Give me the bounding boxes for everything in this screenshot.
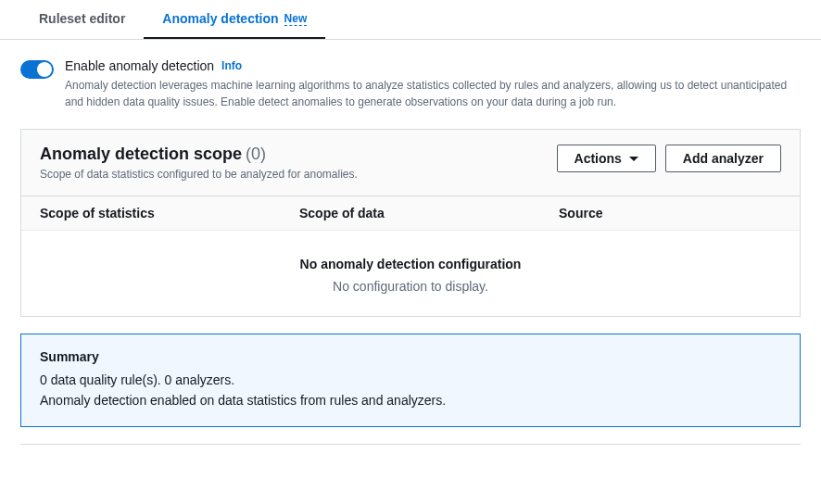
tab-ruleset-editor[interactable]: Ruleset editor	[20, 0, 144, 39]
actions-button[interactable]: Actions	[557, 145, 656, 172]
content-area: Enable anomaly detection Info Anomaly de…	[0, 40, 821, 463]
toggle-description: Anomaly detection leverages machine lear…	[65, 77, 801, 110]
panel-title: Anomaly detection scope	[40, 145, 242, 163]
panel-count: (0)	[246, 145, 266, 163]
toggle-text-block: Enable anomaly detection Info Anomaly de…	[65, 58, 801, 110]
actions-button-label: Actions	[575, 151, 622, 166]
summary-line-1: 0 data quality rule(s). 0 analyzers.	[40, 370, 781, 390]
summary-box: Summary 0 data quality rule(s). 0 analyz…	[20, 334, 801, 427]
summary-title: Summary	[40, 349, 781, 364]
empty-state: No anomaly detection configuration No co…	[21, 230, 800, 316]
scope-panel: Anomaly detection scope (0) Scope of dat…	[20, 129, 801, 317]
new-badge: New	[284, 12, 308, 26]
panel-subtitle: Scope of data statistics configured to b…	[40, 168, 557, 181]
table-header-row: Scope of statistics Scope of data Source	[21, 195, 800, 230]
col-scope-statistics: Scope of statistics	[40, 206, 299, 220]
col-source: Source	[559, 206, 781, 220]
empty-state-title: No anomaly detection configuration	[40, 257, 781, 271]
empty-state-subtitle: No configuration to display.	[40, 279, 781, 294]
enable-anomaly-toggle[interactable]	[20, 60, 54, 79]
divider	[20, 444, 801, 445]
panel-title-group: Anomaly detection scope (0) Scope of dat…	[40, 145, 557, 181]
col-scope-data: Scope of data	[299, 206, 559, 220]
chevron-down-icon	[629, 157, 638, 161]
tab-anomaly-detection[interactable]: Anomaly detection New	[144, 0, 325, 39]
summary-line-2: Anomaly detection enabled on data statis…	[40, 390, 781, 410]
add-analyzer-button[interactable]: Add analyzer	[665, 145, 781, 172]
tabs-bar: Ruleset editor Anomaly detection New	[0, 0, 821, 40]
enable-toggle-section: Enable anomaly detection Info Anomaly de…	[20, 58, 801, 110]
tab-label: Anomaly detection	[162, 11, 278, 26]
toggle-label: Enable anomaly detection	[65, 58, 214, 73]
tab-label: Ruleset editor	[39, 11, 125, 26]
info-link[interactable]: Info	[221, 59, 242, 72]
panel-actions: Actions Add analyzer	[557, 145, 781, 172]
add-analyzer-label: Add analyzer	[683, 151, 764, 166]
scope-panel-header: Anomaly detection scope (0) Scope of dat…	[21, 130, 800, 195]
